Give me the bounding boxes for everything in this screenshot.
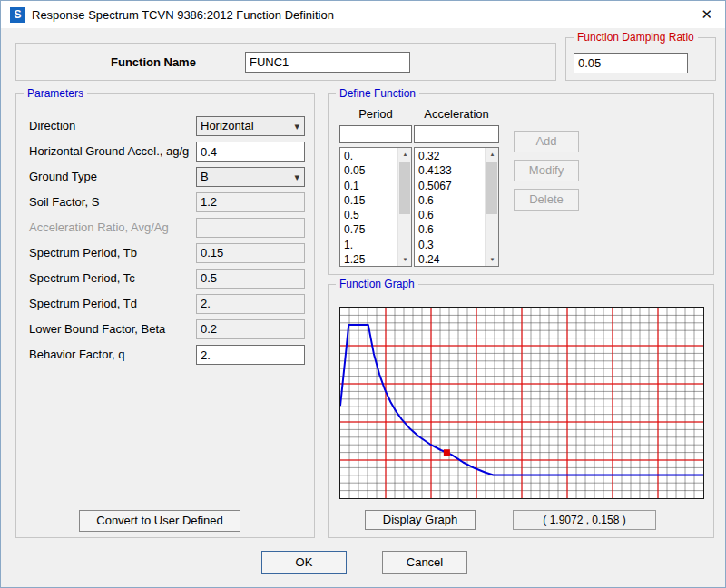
ground-type-label: Ground Type bbox=[29, 167, 97, 187]
scroll-thumb[interactable] bbox=[486, 162, 497, 214]
title-bar[interactable]: S Response Spectrum TCVN 9386:2012 Funct… bbox=[1, 1, 725, 28]
acceleration-column-header: Acceleration bbox=[414, 107, 499, 121]
scroll-down-icon[interactable]: ▼ bbox=[486, 253, 499, 266]
list-item[interactable]: 0.6 bbox=[415, 222, 484, 237]
ok-button[interactable]: OK bbox=[261, 551, 347, 574]
lower-bound-factor-value: 0.2 bbox=[196, 319, 305, 339]
define-function-group-label: Define Function bbox=[336, 87, 419, 100]
modify-button[interactable]: Modify bbox=[514, 160, 579, 181]
list-item[interactable]: 0.6 bbox=[415, 208, 484, 222]
scroll-up-icon[interactable]: ▲ bbox=[398, 148, 412, 161]
ground-type-combo[interactable]: B ▾ bbox=[196, 167, 305, 187]
damping-ratio-group-label: Function Damping Ratio bbox=[574, 31, 698, 44]
direction-label: Direction bbox=[29, 116, 75, 136]
acceleration-list[interactable]: 0.320.41330.50670.60.60.60.30.24 ▲ ▼ bbox=[414, 147, 499, 267]
spectrum-period-tc-label: Spectrum Period, Tc bbox=[29, 269, 135, 289]
spectrum-period-tb-label: Spectrum Period, Tb bbox=[29, 243, 137, 263]
function-name-group: Function Name bbox=[15, 43, 556, 81]
chevron-down-icon: ▾ bbox=[294, 117, 299, 135]
parameters-group-label: Parameters bbox=[24, 87, 87, 100]
add-button[interactable]: Add bbox=[514, 131, 579, 152]
list-item[interactable]: 0.6 bbox=[415, 193, 484, 208]
list-item[interactable]: 0.32 bbox=[415, 149, 484, 163]
soil-factor-label: Soil Factor, S bbox=[29, 192, 99, 212]
window-title: Response Spectrum TCVN 9386:2012 Functio… bbox=[32, 8, 334, 22]
cursor-coordinates-display: ( 1.9072 , 0.158 ) bbox=[513, 510, 656, 530]
convert-to-user-defined-button[interactable]: Convert to User Defined bbox=[79, 510, 240, 532]
list-item[interactable]: 0. bbox=[340, 149, 397, 163]
list-item[interactable]: 1. bbox=[340, 238, 397, 252]
close-icon[interactable]: ✕ bbox=[701, 6, 712, 23]
accel-ratio-label: Acceleration Ratio, Avg/Ag bbox=[29, 218, 169, 238]
spectrum-curve-chart bbox=[340, 308, 703, 498]
list-item[interactable]: 0.1 bbox=[340, 179, 397, 193]
list-item[interactable]: 0.4133 bbox=[415, 163, 484, 178]
function-graph-plot[interactable] bbox=[339, 307, 704, 499]
behavior-factor-label: Behavior Factor, q bbox=[29, 345, 125, 365]
period-list[interactable]: 0.0.050.10.150.50.751.1.25 ▲ ▼ bbox=[339, 147, 412, 267]
period-column-header: Period bbox=[339, 107, 412, 121]
list-item[interactable]: 0.5 bbox=[340, 208, 397, 222]
function-name-label: Function Name bbox=[111, 55, 196, 69]
lower-bound-factor-label: Lower Bound Factor, Beta bbox=[29, 319, 165, 339]
function-graph-group: Function Graph Display Graph ( 1.9072 , … bbox=[328, 284, 714, 538]
direction-combo[interactable]: Horizontal ▾ bbox=[196, 116, 305, 136]
period-input[interactable] bbox=[339, 125, 412, 143]
define-function-group: Define Function Period Acceleration 0.0.… bbox=[328, 93, 714, 275]
ground-accel-input[interactable] bbox=[196, 142, 305, 162]
delete-button[interactable]: Delete bbox=[514, 189, 579, 211]
ground-type-value: B bbox=[201, 170, 209, 183]
damping-ratio-input[interactable] bbox=[574, 53, 688, 74]
list-item[interactable]: 0.5067 bbox=[415, 179, 484, 193]
spectrum-period-td-label: Spectrum Period, Td bbox=[29, 294, 137, 314]
behavior-factor-input[interactable] bbox=[196, 345, 305, 365]
parameters-group: Parameters Direction Horizontal ▾ Horizo… bbox=[15, 93, 315, 538]
damping-ratio-group: Function Damping Ratio bbox=[565, 37, 716, 81]
function-graph-group-label: Function Graph bbox=[336, 278, 418, 290]
acceleration-input[interactable] bbox=[414, 125, 499, 143]
period-list-scrollbar[interactable]: ▲ ▼ bbox=[397, 148, 411, 266]
cancel-button[interactable]: Cancel bbox=[382, 551, 467, 574]
list-item[interactable]: 0.24 bbox=[415, 252, 484, 267]
spectrum-period-tc-value: 0.5 bbox=[196, 269, 305, 289]
list-item[interactable]: 0.75 bbox=[340, 222, 397, 237]
display-graph-button[interactable]: Display Graph bbox=[365, 510, 476, 530]
scroll-up-icon[interactable]: ▲ bbox=[486, 148, 499, 161]
app-logo-icon: S bbox=[10, 7, 25, 23]
response-spectrum-dialog: S Response Spectrum TCVN 9386:2012 Funct… bbox=[0, 0, 726, 588]
spectrum-period-tb-value: 0.15 bbox=[196, 243, 305, 263]
list-item[interactable]: 0.3 bbox=[415, 238, 484, 252]
soil-factor-value: 1.2 bbox=[196, 192, 305, 212]
chevron-down-icon: ▾ bbox=[294, 168, 299, 186]
direction-value: Horizontal bbox=[201, 119, 254, 132]
list-item[interactable]: 1.25 bbox=[340, 252, 397, 267]
list-item[interactable]: 0.15 bbox=[340, 193, 397, 208]
spectrum-period-td-value: 2. bbox=[196, 294, 305, 314]
scroll-thumb[interactable] bbox=[399, 162, 410, 214]
function-name-input[interactable] bbox=[245, 52, 410, 73]
scroll-down-icon[interactable]: ▼ bbox=[398, 253, 412, 266]
accel-ratio-value bbox=[196, 218, 305, 238]
acceleration-list-scrollbar[interactable]: ▲ ▼ bbox=[485, 148, 498, 266]
ground-accel-label: Horizontal Ground Accel., ag/g bbox=[29, 142, 189, 162]
list-item[interactable]: 0.05 bbox=[340, 163, 397, 178]
